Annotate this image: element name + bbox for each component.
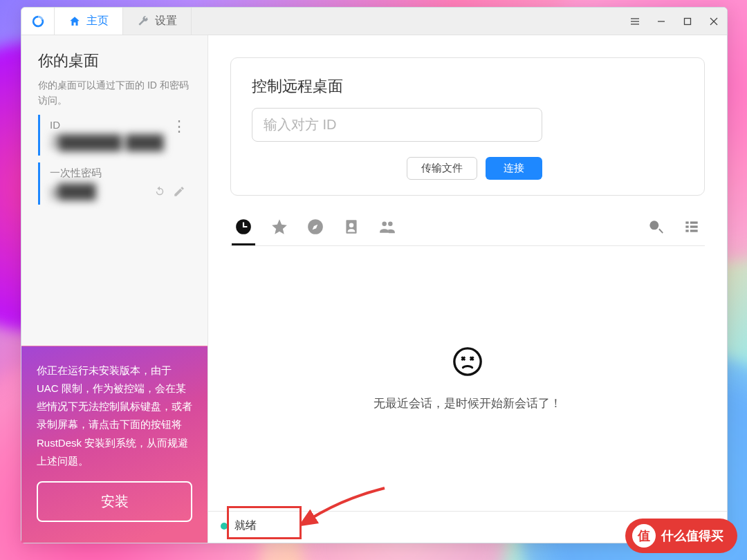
transfer-file-button[interactable]: 传输文件 <box>407 157 477 180</box>
remote-card-title: 控制远程桌面 <box>252 76 683 97</box>
home-icon <box>68 15 81 28</box>
svg-point-15 <box>454 348 481 375</box>
connect-button[interactable]: 连接 <box>486 157 542 180</box>
svg-rect-14 <box>690 230 698 232</box>
address-book-tab[interactable] <box>342 218 360 239</box>
svg-rect-12 <box>690 225 698 227</box>
watermark-badge: 值 什么值得买 <box>625 519 737 553</box>
maximize-button[interactable] <box>674 8 701 35</box>
favorite-tab[interactable] <box>270 218 288 239</box>
tab-settings[interactable]: 设置 <box>123 8 192 35</box>
list-view-button[interactable] <box>683 218 701 239</box>
recent-tab[interactable] <box>234 218 252 239</box>
id-label: ID <box>50 119 191 131</box>
search-button[interactable] <box>647 218 665 239</box>
content-area: 你的桌面 你的桌面可以通过下面的 ID 和密码访问。 ID 2▇▇▇▇▇ ▇▇▇… <box>21 35 727 543</box>
app-logo-icon <box>21 8 55 35</box>
group-tab[interactable] <box>378 218 396 239</box>
svg-rect-13 <box>685 230 688 232</box>
refresh-password-icon[interactable] <box>154 185 166 200</box>
password-label: 一次性密码 <box>50 167 191 180</box>
id-value[interactable]: 2▇▇▇▇▇ ▇▇▇ <box>50 132 191 151</box>
session-tabs <box>208 196 727 239</box>
your-desktop-title: 你的桌面 <box>38 50 191 71</box>
install-notice-text: 你正在运行未安装版本，由于 UAC 限制，作为被控端，会在某些情况下无法控制鼠标… <box>37 362 192 471</box>
remote-id-input[interactable] <box>252 108 542 142</box>
empty-state: 无最近会话，是时候开始新会话了！ <box>208 246 727 511</box>
tab-home[interactable]: 主页 <box>55 8 123 35</box>
main-pane: 控制远程桌面 传输文件 连接 <box>208 35 727 543</box>
id-field: ID 2▇▇▇▇▇ ▇▇▇ ⋮ <box>38 115 191 156</box>
app-window: 主页 设置 你的桌面 你的桌面可以通过下面的 ID 和密码访问。 ID <box>21 7 728 543</box>
id-menu-button[interactable]: ⋮ <box>172 119 187 134</box>
menu-icon[interactable] <box>622 8 648 35</box>
svg-rect-9 <box>685 221 688 223</box>
svg-rect-10 <box>690 221 698 223</box>
install-notice: 你正在运行未安装版本，由于 UAC 限制，作为被控端，会在某些情况下无法控制鼠标… <box>21 346 208 543</box>
your-desktop-subtitle: 你的桌面可以通过下面的 ID 和密码访问。 <box>38 78 191 108</box>
tab-home-label: 主页 <box>86 14 109 28</box>
wrench-icon <box>137 15 149 28</box>
install-button[interactable]: 安装 <box>37 481 192 522</box>
status-dot-icon <box>221 523 228 530</box>
empty-message: 无最近会话，是时候开始新会话了！ <box>374 395 562 411</box>
title-bar: 主页 设置 <box>21 8 727 35</box>
window-controls <box>648 8 727 35</box>
dead-face-icon <box>452 346 483 380</box>
svg-rect-11 <box>685 225 688 227</box>
watermark-ball-icon: 值 <box>632 524 656 548</box>
password-field: 一次性密码 y▇▇▇ <box>38 162 191 205</box>
svg-rect-4 <box>685 18 691 24</box>
minimize-button[interactable] <box>648 8 674 35</box>
edit-password-icon[interactable] <box>173 185 185 200</box>
status-text: 就绪 <box>234 519 257 533</box>
tab-settings-label: 设置 <box>155 14 177 28</box>
watermark-text: 什么值得买 <box>661 528 723 544</box>
close-button[interactable] <box>701 8 727 35</box>
sidebar: 你的桌面 你的桌面可以通过下面的 ID 和密码访问。 ID 2▇▇▇▇▇ ▇▇▇… <box>21 35 208 543</box>
remote-connect-card: 控制远程桌面 传输文件 连接 <box>230 57 705 196</box>
discover-tab[interactable] <box>306 218 324 239</box>
